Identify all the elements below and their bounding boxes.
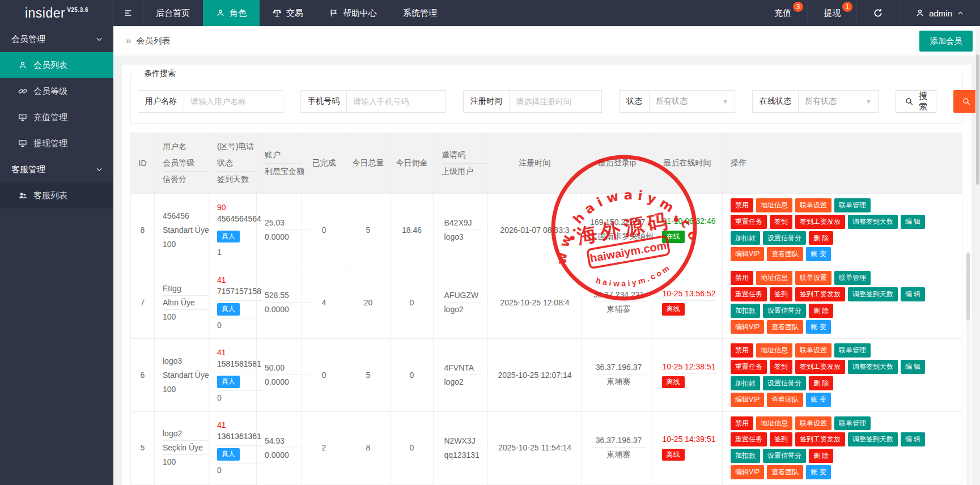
action-button[interactable]: 删 除	[809, 304, 833, 318]
action-button[interactable]: 签到	[770, 215, 792, 229]
action-button[interactable]: 联单管理	[834, 416, 871, 431]
action-button[interactable]: 编 辑	[901, 360, 925, 374]
collapse-menu-button[interactable]	[113, 0, 143, 26]
online-status-select[interactable]: 所有状态 ▼	[799, 91, 878, 112]
action-button[interactable]: 重置任务	[731, 215, 767, 229]
account-cell: 528.550.0000	[261, 288, 297, 316]
action-button[interactable]: 加扣款	[731, 449, 760, 463]
page-scrollbar[interactable]	[975, 26, 980, 485]
action-button[interactable]: 签到工资发放	[795, 360, 845, 374]
action-button[interactable]: 联单管理	[834, 343, 871, 358]
action-button[interactable]: 签到	[770, 287, 792, 301]
sidebar-item-member-level[interactable]: 会员等级	[0, 78, 113, 104]
action-button[interactable]: 编 辑	[901, 215, 925, 229]
action-button[interactable]: 加扣款	[731, 304, 760, 318]
table-scrollbar-thumb[interactable]	[966, 253, 970, 321]
action-button[interactable]: 编辑VIP	[731, 320, 764, 334]
action-button[interactable]: 调整签到天数	[848, 215, 898, 229]
action-button[interactable]: 账 变	[806, 320, 830, 334]
action-button[interactable]: 地址信息	[756, 416, 792, 431]
action-button[interactable]: 调整签到天数	[848, 287, 898, 301]
action-button[interactable]: 签到工资发放	[795, 287, 845, 301]
user-menu[interactable]: admin	[899, 0, 980, 26]
action-button[interactable]: 查看团队	[767, 247, 803, 261]
last-online-time: 10-25 14:39:51	[662, 432, 716, 446]
action-button[interactable]: 重置任务	[731, 360, 767, 374]
action-button[interactable]: 编辑VIP	[731, 247, 764, 261]
action-button[interactable]: 禁用	[731, 271, 753, 285]
action-button[interactable]: 签到工资发放	[795, 432, 845, 446]
online-cell: 01-10 06:32:46在线	[659, 214, 716, 245]
action-button-row: 禁用地址信息联单设置联单管理	[731, 342, 957, 359]
sidebar-item-member-list[interactable]: 会员列表	[0, 52, 113, 78]
action-button[interactable]: 删 除	[809, 449, 833, 463]
nav-item-system[interactable]: 系统管理	[390, 0, 450, 26]
action-button[interactable]: 查看团队	[767, 393, 803, 407]
member-id: 5	[141, 443, 145, 452]
action-button[interactable]: 调整签到天数	[848, 360, 898, 374]
username-input[interactable]	[184, 91, 283, 112]
action-button[interactable]: 查看团队	[767, 320, 803, 334]
action-button[interactable]: 禁用	[731, 343, 753, 358]
action-button[interactable]: 重置任务	[731, 432, 767, 446]
action-button[interactable]: 签到	[770, 432, 792, 446]
action-button[interactable]: 账 变	[806, 393, 830, 407]
action-button[interactable]: 地址信息	[756, 343, 792, 358]
sidebar-group-member-management[interactable]: 会员管理	[0, 26, 113, 52]
action-button[interactable]: 设置信誉分	[763, 376, 806, 390]
action-button[interactable]: 编 辑	[901, 287, 925, 301]
action-button[interactable]: 删 除	[809, 231, 833, 245]
username-field-label: 用户名称	[138, 91, 184, 112]
action-button[interactable]: 编 辑	[901, 432, 925, 446]
action-button[interactable]: 编辑VIP	[731, 465, 764, 479]
action-button[interactable]: 联单设置	[795, 271, 831, 285]
search-button[interactable]: 搜 索	[896, 90, 936, 113]
action-button[interactable]: 禁用	[731, 416, 753, 431]
action-button[interactable]: 删 除	[809, 376, 833, 390]
action-button[interactable]: 查看团队	[767, 465, 803, 479]
status-select[interactable]: 所有状态 ▼	[650, 91, 735, 112]
action-button[interactable]: 加扣款	[731, 376, 760, 390]
action-button[interactable]: 签到工资发放	[795, 215, 845, 229]
table-body: 8456456Standart Üye100904564564564真人125.…	[131, 194, 962, 485]
action-button[interactable]: 签到	[770, 360, 792, 374]
phone-input[interactable]	[347, 91, 446, 112]
sidebar-group-service-management[interactable]: 客服管理	[0, 156, 113, 182]
page-scrollbar-thumb[interactable]	[976, 54, 979, 185]
nav-item-roles[interactable]: 角色	[203, 0, 260, 26]
action-button[interactable]: 调整签到天数	[848, 432, 898, 446]
action-button[interactable]: 联单管理	[834, 198, 871, 212]
nav-item-dashboard[interactable]: 后台首页	[143, 0, 203, 26]
nav-item-help-center[interactable]: 帮助中心	[316, 0, 390, 26]
action-button[interactable]: 地址信息	[756, 198, 792, 212]
action-button[interactable]: 联单设置	[795, 343, 831, 358]
action-button[interactable]: 编辑VIP	[731, 393, 764, 407]
action-button[interactable]: 设置信誉分	[763, 449, 806, 463]
action-button[interactable]: 联单管理	[834, 271, 871, 285]
regtime-input[interactable]	[510, 91, 601, 112]
action-button[interactable]: 账 变	[806, 247, 830, 261]
action-button[interactable]: 联单设置	[795, 198, 831, 212]
action-button[interactable]: 账 变	[806, 465, 830, 479]
action-button[interactable]: 设置信誉分	[763, 231, 806, 245]
withdraw-notice-button[interactable]: 提现 1	[807, 0, 856, 26]
action-button[interactable]: 禁用	[731, 198, 753, 212]
withdraw-label: 提现	[824, 8, 841, 19]
table-scrollbar[interactable]	[966, 252, 970, 485]
action-button-row: 禁用地址信息联单设置联单管理	[731, 197, 957, 214]
credit-score: 100	[163, 237, 208, 251]
sidebar-item-recharge-management[interactable]: 充值管理	[0, 104, 113, 130]
action-button[interactable]: 联单设置	[795, 416, 831, 431]
recharge-notice-button[interactable]: 充值 3	[758, 0, 807, 26]
add-member-button[interactable]: 添加会员	[919, 31, 973, 52]
action-button[interactable]: 设置信誉分	[763, 304, 806, 318]
online-cell: 10-25 13:56:52离线	[659, 287, 716, 318]
action-button[interactable]: 地址信息	[756, 271, 792, 285]
refresh-button[interactable]	[856, 0, 899, 26]
sign-days: 0	[217, 391, 262, 405]
sidebar-item-service-list[interactable]: 客服列表	[0, 182, 113, 209]
nav-item-trade[interactable]: 交易	[260, 0, 316, 26]
action-button[interactable]: 重置任务	[731, 287, 767, 301]
sidebar-item-withdraw-management[interactable]: 提现管理	[0, 130, 113, 156]
action-button[interactable]: 加扣款	[731, 231, 760, 245]
